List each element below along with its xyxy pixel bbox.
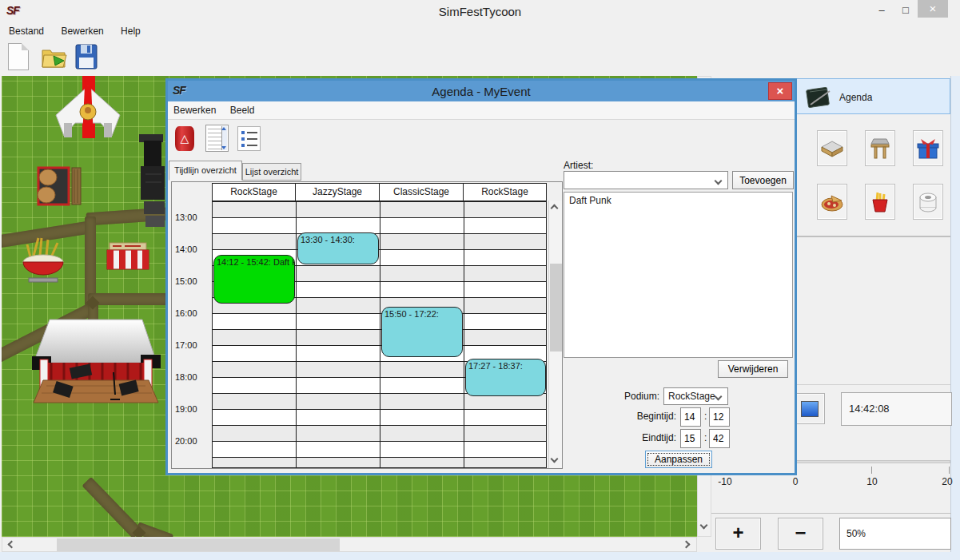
apply-button[interactable]: Aanpassen <box>645 451 712 468</box>
scroll-right-icon[interactable] <box>683 541 691 549</box>
time-label: 20:00 <box>175 436 210 446</box>
build-button-stage-structure[interactable] <box>865 130 895 166</box>
schedule-event[interactable]: 17:27 - 18:37: <box>465 359 546 396</box>
begin-hour-field[interactable] <box>680 407 701 427</box>
artist-label: Artiest: <box>564 160 593 171</box>
scroll-left-icon[interactable] <box>8 541 16 549</box>
slider-tick <box>949 467 950 474</box>
add-artist-button[interactable]: Toevoegen <box>732 171 794 189</box>
begin-time-label: Begintijd: <box>622 411 676 422</box>
timeline-grid[interactable]: 14:12 - 15:42: Daft Punk 13:30 - 14:30: … <box>212 201 547 468</box>
slider-tick <box>871 467 872 474</box>
menu-bestand[interactable]: Bestand <box>2 22 51 37</box>
schedule-event[interactable]: 13:30 - 14:30: <box>297 232 379 264</box>
column-line <box>296 201 297 467</box>
end-time-label: Eindtijd: <box>622 432 676 443</box>
schedule-event[interactable]: 15:50 - 17:22: <box>381 307 463 357</box>
entrance-tent[interactable] <box>54 85 121 141</box>
end-hour-field[interactable] <box>680 429 701 448</box>
speaker-rig[interactable] <box>137 134 168 230</box>
fries-stand[interactable] <box>21 235 66 283</box>
scrollbar-thumb[interactable] <box>550 264 562 351</box>
game-clock: 14:42:08 <box>841 392 952 426</box>
sidebar-item-label: Agenda <box>839 92 872 103</box>
build-button-pizza[interactable] <box>817 184 847 220</box>
dialog-menu-bewerken[interactable]: Bewerken <box>168 101 221 116</box>
build-button-gift[interactable] <box>913 130 943 166</box>
end-minute-field[interactable] <box>709 429 730 448</box>
time-label: 18:00 <box>175 372 210 382</box>
save-file-icon[interactable] <box>74 43 98 70</box>
dirt-path <box>88 293 168 305</box>
dialog-title: Agenda - MyEvent <box>168 85 795 98</box>
artist-combobox[interactable] <box>564 171 728 189</box>
artist-listbox[interactable]: Daft Punk <box>564 192 793 358</box>
scroll-down-icon[interactable] <box>700 522 708 530</box>
zoom-level-field[interactable]: 50% <box>839 518 951 550</box>
scroll-up-icon[interactable] <box>551 205 559 212</box>
map-horizontal-scrollbar[interactable] <box>2 537 697 552</box>
toilet-paper-icon <box>916 191 940 213</box>
time-label: 14:00 <box>175 244 210 254</box>
column-line <box>380 201 380 467</box>
window-bottom-edge <box>0 552 960 560</box>
column-header: JazzyStage <box>295 183 380 201</box>
scroll-down-icon[interactable] <box>551 455 559 463</box>
build-button-toilet-paper[interactable] <box>913 184 943 220</box>
menu-help[interactable]: Help <box>114 22 148 37</box>
dialog-menu-beeld[interactable]: Beeld <box>225 101 261 116</box>
agenda-dialog: SF Agenda - MyEvent × Bewerken Beeld △ T… <box>165 78 797 475</box>
timeline-scrollbar[interactable] <box>548 201 562 468</box>
schedule-event-daft-punk[interactable]: 14:12 - 15:42: Daft Punk <box>213 255 295 304</box>
dialog-titlebar[interactable]: SF Agenda - MyEvent × <box>168 81 795 101</box>
new-file-icon[interactable] <box>8 43 29 70</box>
dirt-path <box>82 477 141 537</box>
maximize-button[interactable]: □ <box>897 3 914 19</box>
build-button-platform[interactable] <box>817 130 847 166</box>
slider-label: 20 <box>938 476 957 487</box>
play-icon <box>801 401 819 417</box>
column-line <box>464 201 464 467</box>
begin-minute-field[interactable] <box>709 407 730 427</box>
zoom-out-button[interactable]: − <box>778 518 823 550</box>
panel-divider <box>711 513 951 514</box>
scrollbar-thumb[interactable] <box>57 538 340 551</box>
minimize-button[interactable]: – <box>873 3 890 19</box>
tab-tijdlijn-overzicht[interactable]: Tijdlijn overzicht <box>169 161 242 181</box>
window-title: SimFestTycoon <box>0 5 960 18</box>
remove-artist-button[interactable]: Verwijderen <box>718 360 788 378</box>
chevron-down-icon <box>715 393 723 401</box>
dialog-toolbar: △ <box>168 120 795 158</box>
sidebar-item-agenda[interactable]: Agenda <box>794 78 950 114</box>
time-label: 13:00 <box>175 212 210 222</box>
tab-lijst-overzicht[interactable]: Lijst overzicht <box>242 163 301 181</box>
detail-list-icon[interactable] <box>205 125 229 152</box>
zoom-in-button[interactable]: + <box>715 518 761 550</box>
podium-combobox[interactable]: RockStage <box>663 387 728 405</box>
gift-icon <box>916 137 940 160</box>
burger-stand[interactable] <box>37 166 85 208</box>
slider-label: -10 <box>714 476 736 487</box>
open-file-icon[interactable] <box>40 43 69 72</box>
time-colon: : <box>704 411 707 422</box>
bullet-list-icon[interactable] <box>237 126 261 151</box>
artist-list-item[interactable]: Daft Punk <box>564 193 792 209</box>
time-colon: : <box>704 432 707 443</box>
striped-booth[interactable] <box>106 241 150 273</box>
slider-label: 0 <box>789 476 802 487</box>
delete-trash-icon[interactable]: △ <box>175 126 194 151</box>
main-toolbar <box>0 40 960 76</box>
main-stage[interactable] <box>30 316 161 406</box>
time-label: 17:00 <box>175 340 210 350</box>
time-label: 15:00 <box>175 276 210 286</box>
pizza-icon <box>820 191 844 213</box>
play-pause-button[interactable] <box>794 393 825 424</box>
simfesttycoon-window: SF SimFestTycoon – □ × Bestand Bewerken … <box>0 0 960 560</box>
chevron-down-icon <box>715 177 723 185</box>
close-button[interactable]: × <box>918 0 948 18</box>
build-button-fries[interactable] <box>865 184 895 220</box>
main-titlebar: SF SimFestTycoon – □ × <box>0 0 960 22</box>
dialog-close-button[interactable]: × <box>768 82 792 100</box>
menu-bewerken[interactable]: Bewerken <box>54 22 110 37</box>
column-header: ClassicStage <box>379 183 464 201</box>
